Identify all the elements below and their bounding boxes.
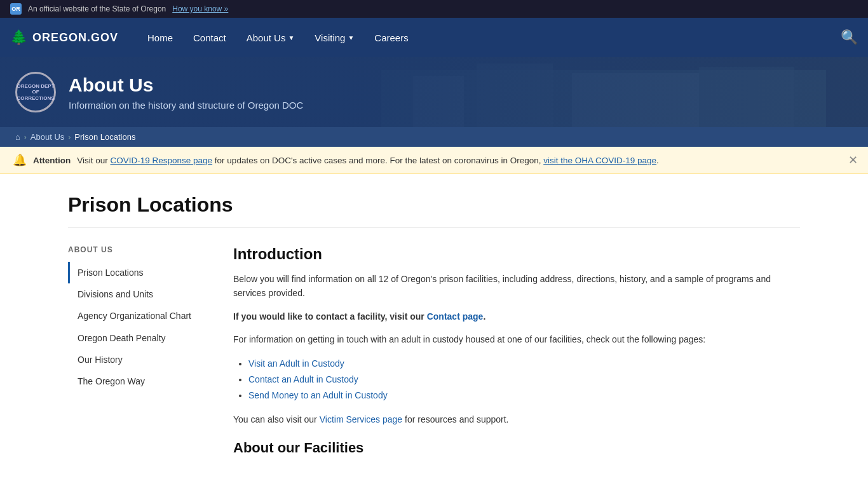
main-header: 🌲 Oregon.gov Home Contact About Us ▼ Vis…: [0, 18, 868, 57]
send-money-link[interactable]: Send Money to an Adult in Custody: [248, 390, 388, 400]
hero-banner: OREGON DEPT OF CORRECTIONS About Us Info…: [0, 57, 868, 127]
breadcrumb-sep2: ›: [68, 133, 71, 142]
how-you-know-link[interactable]: How you know »: [172, 4, 228, 13]
logo-text: Oregon.gov: [32, 31, 118, 44]
contact-adult-link[interactable]: Contact an Adult in Custody: [248, 374, 358, 384]
breadcrumb-about[interactable]: About Us: [31, 132, 64, 142]
victim-services-link[interactable]: Victim Services page: [320, 414, 402, 424]
agency-badge: OREGON DEPT OF CORRECTIONS: [15, 72, 56, 112]
sidebar-nav: Prison Locations Divisions and Units Age…: [68, 262, 208, 392]
badge-text: OREGON DEPT OF CORRECTIONS: [17, 83, 54, 102]
main-nav: Home Contact About Us ▼ Visiting ▼ Caree…: [139, 27, 858, 48]
nav-about-us[interactable]: About Us ▼: [238, 27, 304, 48]
content-layout: ABOUT US Prison Locations Divisions and …: [68, 245, 800, 456]
breadcrumb: ⌂ › About Us › Prison Locations: [0, 127, 868, 147]
logo-area[interactable]: 🌲 Oregon.gov: [10, 29, 118, 46]
list-item: Visit an Adult in Custody: [248, 356, 800, 372]
nav-visiting[interactable]: Visiting ▼: [306, 27, 363, 48]
chevron-down-icon: ▼: [348, 34, 354, 41]
sidebar-heading: ABOUT US: [68, 245, 208, 254]
main-content: Introduction Below you will find informa…: [233, 245, 800, 456]
oregon-icon: OR: [10, 3, 22, 15]
title-divider: [68, 227, 800, 227]
facilities-heading: About our Facilities: [233, 440, 800, 456]
top-bar: OR An official website of the State of O…: [0, 0, 868, 18]
sidebar-item-history[interactable]: Our History: [68, 349, 208, 370]
sidebar-item-prison-locations[interactable]: Prison Locations: [68, 262, 208, 283]
sidebar-link-divisions[interactable]: Divisions and Units: [70, 283, 208, 305]
breadcrumb-sep: ›: [24, 133, 27, 142]
tree-icon: 🌲: [10, 29, 27, 46]
attention-text: Visit our COVID-19 Response page for upd…: [77, 156, 659, 165]
close-button[interactable]: ✕: [848, 153, 858, 167]
nav-contact[interactable]: Contact: [184, 27, 235, 48]
sidebar-link-death-penalty[interactable]: Oregon Death Penalty: [70, 327, 208, 349]
chevron-down-icon: ▼: [288, 34, 294, 41]
search-button[interactable]: 🔍: [831, 24, 868, 51]
list-item: Send Money to an Adult in Custody: [248, 388, 800, 403]
intro-heading: Introduction: [233, 245, 800, 263]
main-container: Prison Locations ABOUT US Prison Locatio…: [53, 174, 815, 475]
sidebar-link-prison-locations[interactable]: Prison Locations: [70, 262, 208, 283]
home-icon[interactable]: ⌂: [15, 132, 20, 142]
sidebar-item-org-chart[interactable]: Agency Organizational Chart: [68, 305, 208, 327]
sidebar-item-divisions[interactable]: Divisions and Units: [68, 283, 208, 305]
covid-response-link[interactable]: COVID-19 Response page: [111, 156, 213, 165]
visit-adult-link[interactable]: Visit an Adult in Custody: [248, 358, 344, 369]
page-title: Prison Locations: [68, 193, 800, 217]
victim-paragraph: You can also visit our Victim Services p…: [233, 412, 800, 426]
intro-paragraph: Below you will find information on all 1…: [233, 272, 800, 301]
attention-bar: 🔔 Attention Visit our COVID-19 Response …: [0, 147, 868, 174]
sidebar-link-history[interactable]: Our History: [70, 349, 208, 370]
official-text: An official website of the State of Oreg…: [28, 4, 166, 13]
sidebar-item-death-penalty[interactable]: Oregon Death Penalty: [68, 327, 208, 349]
contact-page-link[interactable]: Contact page: [427, 311, 484, 322]
custody-links-list: Visit an Adult in Custody Contact an Adu…: [248, 356, 800, 404]
nav-home[interactable]: Home: [139, 27, 182, 48]
nav-careers[interactable]: Careers: [365, 27, 417, 48]
sidebar: ABOUT US Prison Locations Divisions and …: [68, 245, 208, 456]
contact-paragraph: If you would like to contact a facility,…: [233, 309, 800, 323]
oha-covid-link[interactable]: visit the OHA COVID-19 page: [543, 156, 656, 165]
sidebar-link-org-chart[interactable]: Agency Organizational Chart: [70, 305, 208, 327]
hero-subtitle: Information on the history and structure…: [69, 100, 303, 111]
breadcrumb-current: Prison Locations: [74, 132, 135, 142]
hero-text: About Us Information on the history and …: [69, 74, 303, 111]
hero-title: About Us: [69, 74, 303, 96]
list-item: Contact an Adult in Custody: [248, 372, 800, 388]
bell-icon: 🔔: [13, 153, 27, 167]
hero-content: OREGON DEPT OF CORRECTIONS About Us Info…: [15, 72, 303, 112]
sidebar-item-oregon-way[interactable]: The Oregon Way: [68, 370, 208, 392]
sidebar-link-oregon-way[interactable]: The Oregon Way: [70, 370, 208, 392]
custody-intro: For information on getting in touch with…: [233, 332, 800, 346]
attention-label: Attention: [33, 156, 71, 165]
